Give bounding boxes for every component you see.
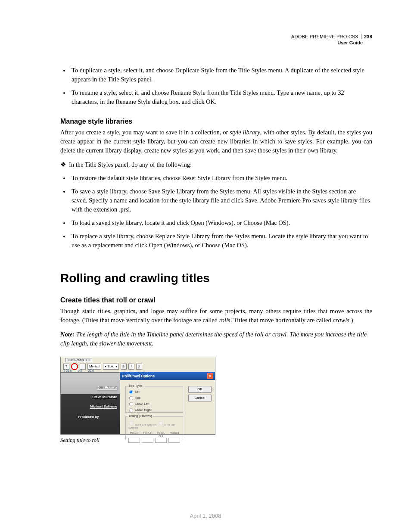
- title-canvas: Curt Fukuda Steve Muratore Michael Salin…: [61, 372, 120, 434]
- italic-button[interactable]: I: [128, 364, 134, 370]
- credit-text: Steve Muratore: [92, 395, 117, 399]
- ruler-values: T 21.0 0.0 22.0: [63, 369, 94, 372]
- timing-group: Timing (Frames) Start Off Screen End Off…: [125, 416, 183, 440]
- ok-button[interactable]: OK: [188, 386, 212, 393]
- easeout-input[interactable]: [155, 438, 167, 443]
- list-item: To replace a style library, choose Repla…: [70, 232, 372, 250]
- chevron-down-icon: ▾ ×: [86, 358, 90, 361]
- doc-subtitle: User Guide: [60, 40, 372, 46]
- postroll-input[interactable]: [168, 438, 180, 443]
- easein-input[interactable]: [142, 438, 153, 443]
- underline-button[interactable]: U: [136, 364, 142, 370]
- figure-caption: Setting title to roll: [60, 437, 372, 444]
- font-weight-select[interactable]: ▾ Bold ▾: [103, 364, 118, 370]
- diamond-icon: ❖: [60, 160, 69, 169]
- list-item: To save a style library, choose Save Sty…: [70, 187, 372, 214]
- intro-list: To duplicate a style, select it, and cho…: [60, 66, 372, 106]
- title-type-group: Title Type Still Roll Crawl Left Crawl R…: [125, 386, 183, 413]
- page-header: ADOBE PREMIERE PRO CS3 238 User Guide: [60, 34, 372, 46]
- titler-toolbar: Title: Credits▾ × T Myriad ▾ Bold ▾ B I …: [61, 357, 215, 372]
- start-off-checkbox: [129, 421, 133, 425]
- list-item: To restore the default style libraries, …: [70, 174, 372, 183]
- close-icon[interactable]: ×: [207, 373, 213, 379]
- heading-rolling-crawling: Rolling and crawling titles: [60, 271, 372, 285]
- radio-crawl-right[interactable]: Crawl Right: [128, 408, 180, 413]
- dialog-title: Roll/Crawl Options: [122, 374, 155, 378]
- bold-button[interactable]: B: [121, 364, 127, 370]
- screenshot-figure: Title: Credits▾ × T Myriad ▾ Bold ▾ B I …: [60, 357, 215, 435]
- page-number: 238: [361, 34, 372, 39]
- note-block: Note: The length of the title in the Tim…: [60, 330, 372, 348]
- list-item: To load a saved style library, locate it…: [70, 218, 372, 227]
- body-paragraph: Though static titles, graphics, and logo…: [60, 307, 372, 325]
- chevron-down-icon: ▾: [105, 364, 106, 368]
- note-label: Note:: [60, 331, 75, 338]
- rollcrawl-dialog: Roll/Crawl Options × Title Type Still Ro…: [120, 372, 215, 434]
- heading-create-titles: Create titles that roll or crawl: [60, 296, 372, 304]
- radio-roll[interactable]: Roll: [128, 395, 180, 401]
- radio-crawl-left[interactable]: Crawl Left: [128, 401, 180, 407]
- fieldset-legend: Title Type: [128, 384, 143, 388]
- credit-text: Produced by: [78, 415, 99, 419]
- fieldset-legend: Timing (Frames): [128, 414, 153, 418]
- panel-tab[interactable]: Title: Credits▾ ×: [65, 358, 92, 362]
- chevron-down-icon: ▾: [115, 364, 117, 368]
- radio-still[interactable]: Still: [128, 389, 180, 395]
- credit-text: Curt Fukuda: [97, 386, 117, 389]
- footer-date: April 1, 2008: [0, 513, 411, 519]
- credit-text: Michael Salinero: [90, 404, 117, 408]
- product-name: ADOBE PREMIERE PRO CS3: [291, 34, 358, 39]
- preroll-input[interactable]: [128, 438, 140, 443]
- body-paragraph: After you create a style, you may want t…: [60, 128, 372, 155]
- end-off-checkbox: [159, 421, 163, 425]
- cancel-button[interactable]: Cancel: [188, 395, 212, 401]
- heading-manage-styles: Manage style libraries: [60, 118, 372, 125]
- list-item: To rename a style, select it, and choose…: [70, 88, 372, 106]
- tool-icon[interactable]: [80, 364, 86, 370]
- font-family-select[interactable]: Myriad: [87, 364, 101, 370]
- list-item: To duplicate a style, select it, and cho…: [70, 66, 372, 84]
- manage-list: To restore the default style libraries, …: [60, 174, 372, 250]
- diamond-intro: ❖In the Title Styles panel, do any of th…: [60, 160, 372, 169]
- tool-icon[interactable]: T: [63, 364, 69, 370]
